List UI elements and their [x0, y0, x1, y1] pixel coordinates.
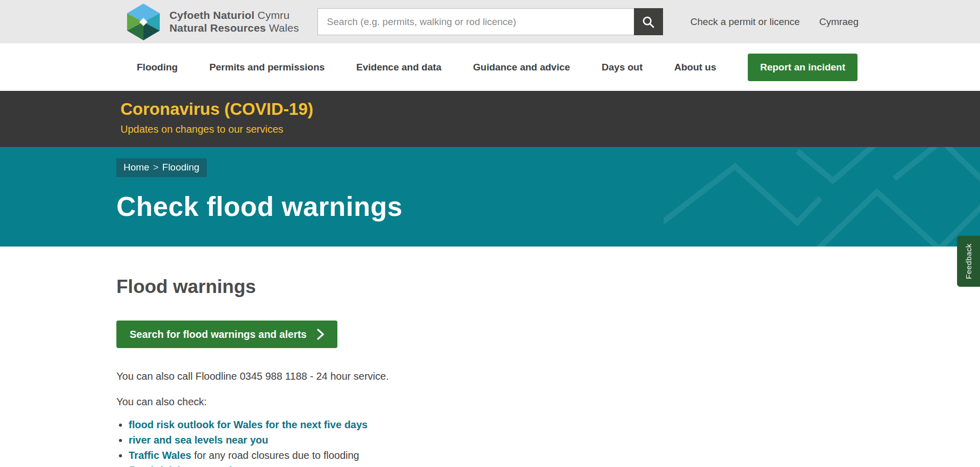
check-links-list: flood risk outlook for Wales for the nex… [116, 419, 864, 467]
nav-item-flooding[interactable]: Flooding [137, 62, 178, 73]
page-title: Check flood warnings [116, 191, 864, 222]
search-flood-warnings-button[interactable]: Search for flood warnings and alerts [116, 321, 337, 348]
breadcrumb-separator: > [153, 162, 159, 173]
site-search [317, 8, 663, 35]
covid-banner-subtitle-link[interactable]: Updates on changes to our services [120, 124, 864, 135]
river-sea-levels-link[interactable]: river and sea levels near you [129, 434, 268, 446]
report-incident-button[interactable]: Report an incident [748, 54, 857, 81]
site-header: Cyfoeth Naturiol Cymru Natural Resources… [0, 0, 980, 43]
search-input[interactable] [317, 8, 634, 35]
nav-item-guidance[interactable]: Guidance and advice [473, 62, 570, 73]
search-icon [642, 15, 655, 29]
breadcrumb: Home>Flooding [116, 158, 207, 177]
covid-banner: Coronavirus (COVID-19) Updates on change… [0, 91, 980, 147]
floodline-text: You can also call Floodline 0345 988 118… [116, 371, 864, 382]
breadcrumb-home-link[interactable]: Home [124, 162, 150, 173]
breadcrumb-flooding-link[interactable]: Flooding [162, 162, 200, 173]
nav-item-evidence[interactable]: Evidence and data [356, 62, 442, 73]
list-item: Traffic Wales for any road closures due … [129, 450, 864, 461]
nrw-logo-hexagon-icon [125, 3, 162, 41]
nav-item-permits[interactable]: Permits and permissions [209, 62, 325, 73]
page-hero: Home>Flooding Check flood warnings [0, 147, 980, 247]
list-item: flood risk by postcode [129, 465, 864, 467]
nrw-logo[interactable]: Cyfoeth Naturiol Cymru Natural Resources… [116, 3, 299, 41]
list-item-suffix: for any road closures due to flooding [191, 450, 359, 461]
header-utility-links: Check a permit or licence Cymraeg [691, 16, 864, 28]
nav-item-days-out[interactable]: Days out [602, 62, 643, 73]
chevron-right-icon [317, 328, 324, 340]
main-content: Flood warnings Search for flood warnings… [0, 247, 980, 467]
flood-risk-outlook-link[interactable]: flood risk outlook for Wales for the nex… [129, 419, 368, 430]
covid-banner-title[interactable]: Coronavirus (COVID-19) [120, 100, 864, 119]
main-navigation: Flooding Permits and permissions Evidenc… [0, 43, 980, 91]
traffic-wales-link[interactable]: Traffic Wales [129, 450, 191, 461]
check-intro-text: You can also check: [116, 396, 864, 408]
nrw-logo-text: Cyfoeth Naturiol Cymru Natural Resources… [169, 9, 299, 34]
search-button[interactable] [634, 8, 663, 35]
check-permit-link[interactable]: Check a permit or licence [691, 16, 800, 28]
flood-warnings-heading: Flood warnings [116, 276, 864, 298]
cta-label: Search for flood warnings and alerts [130, 329, 307, 340]
language-toggle-cymraeg[interactable]: Cymraeg [819, 16, 859, 28]
flood-risk-postcode-link[interactable]: flood risk by postcode [129, 465, 237, 467]
list-item: flood risk outlook for Wales for the nex… [129, 419, 864, 431]
list-item: river and sea levels near you [129, 434, 864, 446]
nav-item-about-us[interactable]: About us [674, 62, 716, 73]
